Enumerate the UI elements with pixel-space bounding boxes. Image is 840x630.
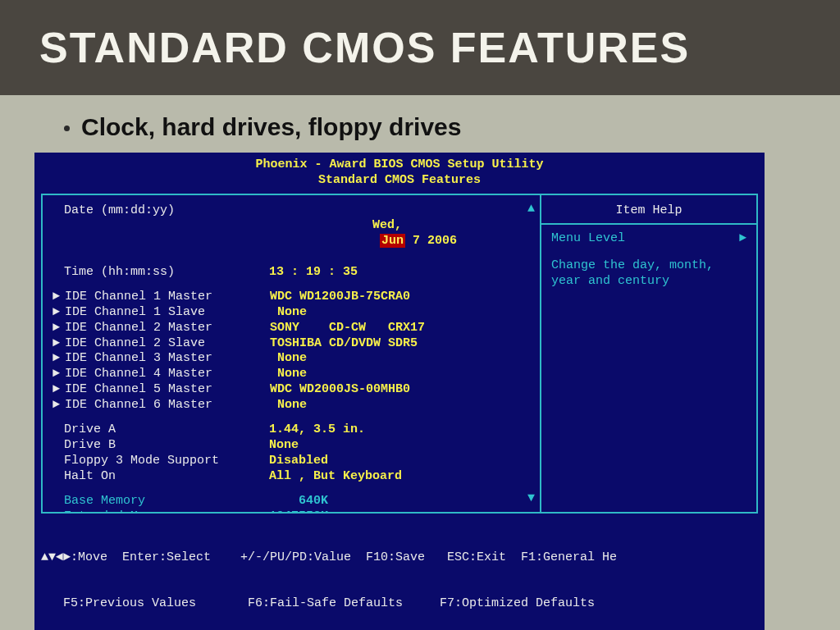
ide-row[interactable]: ►IDE Channel 4 Master None (52, 367, 533, 382)
bios-settings-panel: ▲ ▼ Date (mm:dd:yy) Wed, Jun 7 2006 Time… (43, 195, 541, 512)
time-value: 13 : 19 : 35 (269, 265, 358, 281)
scroll-up-icon: ▲ (527, 202, 535, 217)
time-label: Time (hh:mm:ss) (64, 265, 269, 281)
date-rest: 7 2006 (405, 234, 457, 248)
date-month-selected[interactable]: Jun (380, 234, 405, 248)
memory-label: Extended Memory (64, 509, 269, 512)
drive-label: Halt On (64, 469, 269, 485)
help-menu-level: Menu Level ► (551, 231, 746, 247)
memory-value: 640K (269, 494, 328, 509)
ide-value: None (270, 398, 307, 413)
drive-row[interactable]: Drive A1.44, 3.5 in. (52, 422, 533, 438)
submenu-icon: ► (52, 351, 60, 367)
bios-header-1: Phoenix - Award BIOS CMOS Setup Utility (41, 158, 758, 173)
drive-row[interactable]: Floppy 3 Mode SupportDisabled (52, 454, 533, 469)
submenu-icon: ► (52, 367, 60, 382)
submenu-icon: ► (52, 290, 60, 305)
bullet-item: Clock, hard drives, floppy drives (64, 113, 801, 141)
slide-title-band: STANDARD CMOS FEATURES (0, 0, 840, 95)
bios-help-panel: Item Help Menu Level ► Change the day, m… (541, 195, 756, 512)
memory-label: Base Memory (64, 494, 269, 509)
date-weekday: Wed, (372, 218, 402, 232)
ide-label: IDE Channel 1 Master (65, 290, 270, 305)
memory-value: 1047552K (269, 509, 328, 512)
submenu-icon: ► (52, 321, 60, 336)
slide-title: STANDARD CMOS FEATURES (39, 23, 801, 72)
slide-body: Clock, hard drives, floppy drives Phoeni… (0, 95, 840, 630)
ide-row[interactable]: ►IDE Channel 2 MasterSONY CD-CW CRX17 (52, 321, 533, 336)
ide-label: IDE Channel 2 Master (65, 321, 270, 336)
bullet-icon (64, 126, 70, 131)
date-label: Date (mm:dd:yy) (64, 203, 269, 265)
drive-label: Drive A (64, 422, 269, 438)
bios-key-hints: ▲▼◄►:Move Enter:Select +/-/PU/PD:Value F… (41, 520, 758, 631)
memory-row: Base Memory 640K (52, 494, 533, 509)
ide-row[interactable]: ►IDE Channel 3 Master None (52, 351, 533, 367)
ide-row[interactable]: ►IDE Channel 6 Master None (52, 398, 533, 413)
bios-frame: ▲ ▼ Date (mm:dd:yy) Wed, Jun 7 2006 Time… (41, 194, 758, 514)
drive-row[interactable]: Halt OnAll , But Keyboard (52, 469, 533, 485)
key-hint-line-1: ▲▼◄►:Move Enter:Select +/-/PU/PD:Value F… (41, 550, 758, 566)
help-divider (541, 223, 756, 225)
bios-screenshot: Phoenix - Award BIOS CMOS Setup Utility … (34, 153, 765, 630)
bios-header-2: Standard CMOS Features (41, 173, 758, 189)
date-row[interactable]: Date (mm:dd:yy) Wed, Jun 7 2006 (52, 203, 533, 265)
drive-value: None (269, 438, 299, 454)
ide-row[interactable]: ►IDE Channel 2 SlaveTOSHIBA CD/DVDW SDR5 (52, 336, 533, 352)
drive-value: All , But Keyboard (269, 469, 402, 485)
ide-value: WDC WD1200JB-75CRA0 (270, 290, 410, 305)
ide-label: IDE Channel 5 Master (65, 382, 270, 398)
ide-label: IDE Channel 6 Master (65, 398, 270, 413)
submenu-icon: ► (52, 398, 60, 413)
drive-label: Drive B (64, 438, 269, 454)
bullet-text: Clock, hard drives, floppy drives (81, 113, 461, 141)
ide-label: IDE Channel 2 Slave (65, 336, 270, 352)
submenu-icon: ► (52, 382, 60, 398)
drive-label: Floppy 3 Mode Support (64, 454, 269, 469)
ide-label: IDE Channel 1 Slave (65, 305, 270, 321)
ide-value: TOSHIBA CD/DVDW SDR5 (270, 336, 418, 352)
ide-value: None (270, 305, 307, 321)
submenu-icon: ► (52, 305, 60, 321)
submenu-icon: ► (739, 231, 746, 247)
help-level-label: Menu Level (551, 231, 625, 247)
drive-value: Disabled (269, 454, 328, 469)
help-title: Item Help (551, 203, 746, 224)
memory-row: Extended Memory1047552K (52, 509, 533, 512)
ide-label: IDE Channel 3 Master (65, 351, 270, 367)
ide-value: WDC WD2000JS-00MHB0 (270, 382, 410, 398)
key-hint-line-2: F5:Previous Values F6:Fail-Safe Defaults… (41, 596, 758, 612)
ide-row[interactable]: ►IDE Channel 1 MasterWDC WD1200JB-75CRA0 (52, 290, 533, 305)
submenu-icon: ► (52, 336, 60, 352)
ide-row[interactable]: ►IDE Channel 5 MasterWDC WD2000JS-00MHB0 (52, 382, 533, 398)
drive-row[interactable]: Drive BNone (52, 438, 533, 454)
presentation-slide: STANDARD CMOS FEATURES Clock, hard drive… (0, 0, 840, 630)
ide-row[interactable]: ►IDE Channel 1 Slave None (52, 305, 533, 321)
ide-value: SONY CD-CW CRX17 (270, 321, 425, 336)
ide-label: IDE Channel 4 Master (65, 367, 270, 382)
ide-value: None (270, 351, 307, 367)
drive-value: 1.44, 3.5 in. (269, 422, 365, 438)
ide-value: None (270, 367, 307, 382)
time-row[interactable]: Time (hh:mm:ss) 13 : 19 : 35 (52, 265, 533, 281)
help-body: Change the day, month, year and century (551, 258, 746, 290)
scroll-down-icon: ▼ (527, 491, 535, 507)
